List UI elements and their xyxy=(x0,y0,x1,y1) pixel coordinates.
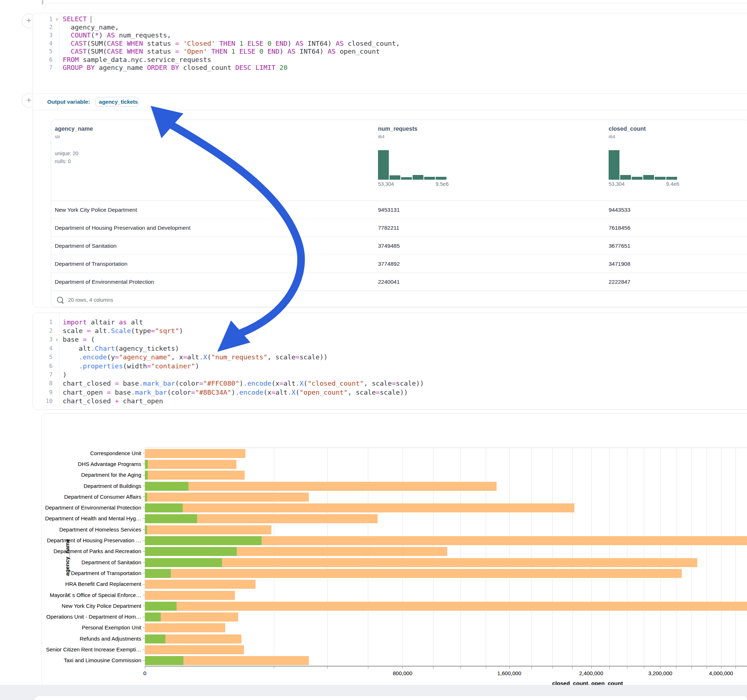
code-text: GROUP BY agency_name ORDER BY closed_cou… xyxy=(59,64,287,71)
x-axis-tick xyxy=(509,667,510,669)
output-variable-row: Output variable: agency_tickets xyxy=(33,93,747,110)
y-axis-label: Department of Transportation xyxy=(44,570,141,576)
code-line[interactable]: 2scale = alt.Scale(type="sqrt") xyxy=(33,326,747,335)
table-cell: Department of Environmental Protection xyxy=(51,279,374,285)
table-row[interactable]: New York City Police Department945313194… xyxy=(51,201,747,219)
code-line[interactable]: 1∨SELECT xyxy=(33,15,747,23)
x-axis-tick xyxy=(591,667,592,669)
line-number: 3∨ xyxy=(33,336,59,343)
column-header[interactable]: agency_namestrunique: 20nulls: 0 xyxy=(51,120,374,201)
column-header[interactable]: num_requestsi6453,3049.5e6 xyxy=(374,120,605,201)
x-axis-tick-label: 2,400,000 xyxy=(579,670,603,676)
previous-cell-edge xyxy=(44,3,747,9)
x-axis-tick xyxy=(552,667,553,669)
closed_count-bar xyxy=(145,602,747,611)
closed_count-bar xyxy=(145,503,575,512)
x-axis-tick-label: 3,200,000 xyxy=(648,670,672,676)
y-axis-label: Department of Parks and Recreation xyxy=(44,548,141,554)
sql-editor[interactable]: 1∨SELECT 2 agency_name,3 COUNT(*) AS num… xyxy=(33,13,747,72)
code-text: FROM sample_data.nyc.service_requests xyxy=(59,56,211,63)
line-number: 4 xyxy=(33,40,59,47)
y-axis-tick xyxy=(143,540,145,541)
code-line[interactable]: 4 alt.Chart(agency_tickets) xyxy=(33,344,747,353)
search-icon[interactable] xyxy=(57,297,63,303)
code-line[interactable]: 5 .encode(y="agency_name", x=alt.X("num_… xyxy=(33,353,747,362)
histogram-bar xyxy=(424,177,435,180)
histogram-bar xyxy=(401,177,412,180)
histogram-max-label: 9.4e6 xyxy=(666,181,679,187)
code-line[interactable]: 3 COUNT(*) AS num_requests, xyxy=(33,31,747,39)
code-line[interactable]: 10chart_closed + chart_open xyxy=(33,397,747,406)
y-axis-tick xyxy=(143,595,145,595)
y-axis-tick xyxy=(143,638,145,639)
closed_count-bar xyxy=(145,482,496,491)
histogram-bar xyxy=(632,177,643,180)
histogram-bar xyxy=(413,175,423,180)
closed_count-bar xyxy=(145,493,309,502)
table-row[interactable]: Department of Housing Preservation and D… xyxy=(51,219,747,237)
table-row[interactable]: Department of Transportation377489234719… xyxy=(51,255,747,273)
line-number: 2 xyxy=(33,327,59,334)
y-axis-label: Personal Exemption Unit xyxy=(44,625,141,631)
open_count-bar xyxy=(145,471,148,480)
table-row[interactable]: Department of Environmental Protection22… xyxy=(51,273,747,291)
scrollbar-nub[interactable] xyxy=(42,0,43,5)
code-line[interactable]: 7GROUP BY agency_name ORDER BY closed_co… xyxy=(33,63,747,71)
open_count-bar xyxy=(145,634,165,643)
code-line[interactable]: 7) xyxy=(33,370,747,379)
code-line[interactable]: 9chart_open = base.mark_bar(color="#8BC3… xyxy=(33,388,747,397)
x-axis-tick xyxy=(368,667,368,669)
line-number: 6 xyxy=(33,56,59,63)
row-count-label: 20 rows, 4 columns xyxy=(68,297,113,303)
open_count-bar xyxy=(145,514,197,523)
code-line[interactable]: 3∨base = ( xyxy=(33,335,747,344)
code-text: import altair as alt xyxy=(59,318,143,326)
closed_count-bar xyxy=(145,525,271,534)
gridline xyxy=(486,448,486,666)
code-line[interactable]: 1import altair as alt xyxy=(33,318,747,326)
line-number: 7 xyxy=(33,371,59,378)
table-header: agency_namestrunique: 20nulls: 0num_requ… xyxy=(51,120,747,201)
gridline xyxy=(461,448,461,666)
closed_count-bar xyxy=(145,460,236,469)
code-text: .encode(y="agency_name", x=alt.X("num_re… xyxy=(59,353,328,361)
histogram-bar xyxy=(609,150,620,180)
fold-chevron-icon[interactable]: ∨ xyxy=(56,17,58,22)
y-axis-tick xyxy=(143,551,145,552)
code-line[interactable]: 2 agency_name, xyxy=(33,23,747,31)
x-axis-tick xyxy=(691,667,692,669)
y-axis-label: Correspondence Unit xyxy=(44,450,141,456)
histogram-bar xyxy=(655,177,665,180)
closed_count-bar xyxy=(145,569,682,578)
y-axis-label: Mayorâ€ s Office of Special Enforce… xyxy=(44,592,141,598)
table-row[interactable]: Department of Sanitation37494853677651 xyxy=(51,237,747,255)
histogram-bar xyxy=(435,177,446,180)
fold-chevron-icon[interactable]: ∨ xyxy=(56,337,58,342)
y-axis-label: Department of Health and Mental Hyg… xyxy=(44,515,141,521)
code-line[interactable]: 6 .properties(width="container") xyxy=(33,362,747,370)
column-header[interactable]: closed_counti6453,3049.4e6 xyxy=(605,120,747,201)
table-cell: 9453131 xyxy=(374,207,605,213)
histogram-min-label: 53,304 xyxy=(609,181,625,187)
code-line[interactable]: 4 CAST(SUM(CASE WHEN status = 'Closed' T… xyxy=(33,39,747,47)
column-type: i64 xyxy=(609,134,745,139)
line-number: 7 xyxy=(33,64,59,71)
x-axis-tick-label: 4,000,000 xyxy=(709,670,733,676)
x-axis-tick-label: 1,600,000 xyxy=(497,670,522,676)
column-histogram: 53,3049.5e6 xyxy=(378,150,446,188)
y-axis-label: DHS Advantage Programs xyxy=(44,461,141,467)
x-axis-tick xyxy=(461,667,461,669)
output-variable-chip[interactable]: agency_tickets xyxy=(95,97,139,107)
table-cell: 7618456 xyxy=(605,225,747,231)
y-axis-tick xyxy=(143,519,145,519)
y-axis-label: Operations Unit - Department of Hom… xyxy=(44,614,141,620)
table-footer: 20 rows, 4 columns xyxy=(51,291,747,307)
code-line[interactable]: 6FROM sample_data.nyc.service_requests xyxy=(33,56,747,63)
code-line[interactable]: 8chart_closed = base.mark_bar(color="#FF… xyxy=(33,379,747,388)
table-cell: 3749485 xyxy=(374,243,605,249)
closed_count-bar xyxy=(145,591,235,600)
code-line[interactable]: 5 CAST(SUM(CASE WHEN status = 'Open' THE… xyxy=(33,48,747,56)
closed_count-bar xyxy=(145,580,256,589)
open_count-bar xyxy=(145,602,177,611)
python-editor[interactable]: 1import altair as alt2scale = alt.Scale(… xyxy=(33,313,747,406)
